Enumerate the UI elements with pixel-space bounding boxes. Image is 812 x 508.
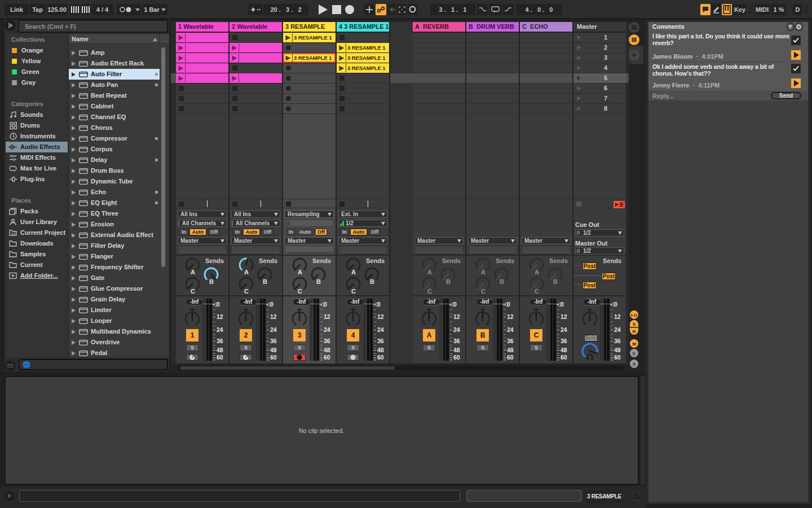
svg-text:I-O: I-O [631, 313, 637, 318]
svg-text:S: S [633, 322, 636, 327]
svg-text:M: M [632, 341, 636, 347]
svg-text:✕: ✕ [632, 362, 636, 367]
svg-text:D: D [633, 351, 636, 356]
svg-text:R: R [633, 329, 636, 334]
